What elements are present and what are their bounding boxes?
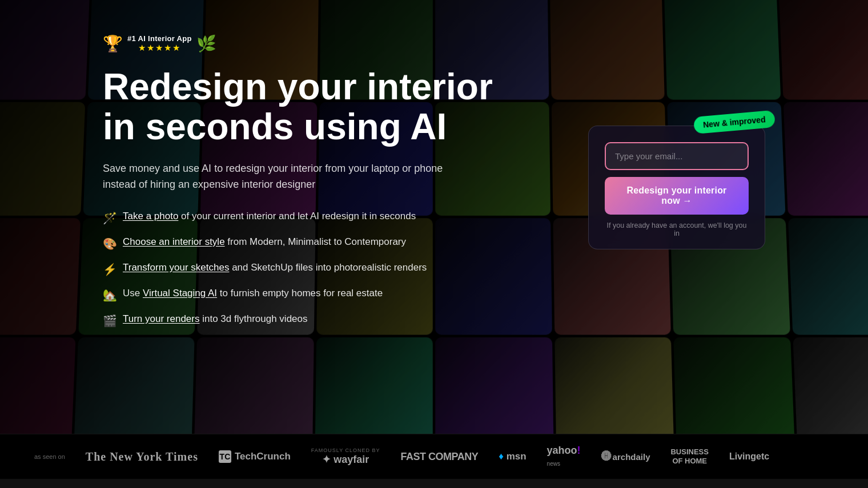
feature-text-5: Turn your renders into 3d flythrough vid… bbox=[123, 312, 308, 326]
press-archdaily: 🅗archdaily bbox=[601, 451, 650, 463]
laurel-right-icon: 🌿 bbox=[196, 34, 216, 53]
press-livingetc: Livingetc bbox=[729, 451, 769, 462]
press-nyt: The New York Times bbox=[86, 450, 198, 463]
press-wayfair: famously cloned by ✦ wayfair bbox=[311, 447, 380, 466]
laurel-left-icon: 🏆 bbox=[103, 34, 123, 53]
feature-text-3: Transform your sketches and SketchUp fil… bbox=[123, 260, 427, 275]
award-stars: ★★★★★ bbox=[127, 43, 192, 53]
press-msn: ♦ msn bbox=[499, 451, 526, 462]
form-note: If you already have an account, we'll lo… bbox=[605, 221, 749, 237]
feature-text-4: Use Virtual Staging AI to furnish empty … bbox=[123, 286, 383, 301]
feature-item: 🎬 Turn your renders into 3d flythrough v… bbox=[103, 312, 514, 329]
feature-text-2: Choose an interior style from Modern, Mi… bbox=[123, 235, 406, 249]
quotes-bar: "The app produced new renderings in "Int… bbox=[0, 479, 868, 488]
feature-icon-3: ⚡ bbox=[103, 261, 117, 278]
feature-item: 🎨 Choose an interior style from Modern, … bbox=[103, 235, 514, 252]
feature-item: 🪄 Take a photo of your current interior … bbox=[103, 209, 514, 227]
press-techcrunch: TC TechCrunch bbox=[219, 450, 291, 463]
feature-link-2[interactable]: Choose an interior style bbox=[123, 236, 225, 247]
feature-icon-1: 🪄 bbox=[103, 209, 117, 227]
hero-headline: Redesign your interior in seconds using … bbox=[103, 67, 503, 147]
press-label: as seen on bbox=[34, 453, 65, 460]
hero-section: 🏆 #1 AI Interior App ★★★★★ 🌿 Redesign yo… bbox=[0, 0, 868, 434]
feature-icon-4: 🏡 bbox=[103, 287, 117, 304]
feature-icon-2: 🎨 bbox=[103, 235, 117, 252]
email-input[interactable] bbox=[605, 142, 749, 170]
press-business-of-home: BUSINESSOF HOME bbox=[670, 447, 708, 465]
award-text: #1 AI Interior App ★★★★★ bbox=[127, 34, 192, 53]
press-bar: as seen on The New York Times TC TechCru… bbox=[0, 434, 868, 479]
feature-item: 🏡 Use Virtual Staging AI to furnish empt… bbox=[103, 286, 514, 304]
cta-button[interactable]: Redesign your interior now → bbox=[605, 177, 749, 215]
feature-link-1[interactable]: Take a photo bbox=[123, 211, 178, 221]
press-yahoo: yahoo!news bbox=[547, 445, 581, 469]
feature-link-5[interactable]: Turn your renders bbox=[123, 313, 199, 324]
feature-item: ⚡ Transform your sketches and SketchUp f… bbox=[103, 260, 514, 278]
feature-link-3[interactable]: Transform your sketches bbox=[123, 262, 229, 273]
feature-link-4[interactable]: Virtual Staging AI bbox=[143, 288, 217, 299]
feature-text-1: Take a photo of your current interior an… bbox=[123, 209, 416, 224]
award-badge: 🏆 #1 AI Interior App ★★★★★ 🌿 bbox=[103, 34, 216, 53]
form-card: New & improved Redesign your interior no… bbox=[588, 126, 765, 249]
award-title: #1 AI Interior App bbox=[127, 34, 192, 43]
feature-icon-5: 🎬 bbox=[103, 312, 117, 329]
press-fastcompany: FAST COMPANY bbox=[401, 451, 479, 463]
hero-subtext: Save money and use AI to redesign your i… bbox=[103, 161, 468, 193]
feature-list: 🪄 Take a photo of your current interior … bbox=[103, 209, 514, 329]
hero-content: 🏆 #1 AI Interior App ★★★★★ 🌿 Redesign yo… bbox=[0, 0, 514, 364]
